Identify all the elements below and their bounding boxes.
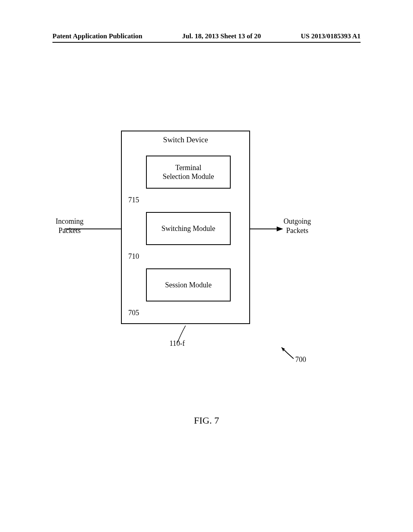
terminal-box-line2: Selection Module <box>163 172 214 181</box>
incoming-line1: Incoming <box>56 217 83 226</box>
switch-device-box: Switch Device Terminal Selection Module … <box>121 131 250 324</box>
header-center: Jul. 18, 2013 Sheet 13 of 20 <box>182 32 261 40</box>
outgoing-line1: Outgoing <box>284 217 311 226</box>
session-box-label: Session Module <box>165 281 212 290</box>
reference-710: 710 <box>128 252 139 261</box>
reference-705: 705 <box>128 309 139 317</box>
terminal-box-line1: Terminal <box>175 163 202 172</box>
session-module-box: Session Module <box>146 268 231 301</box>
figure-caption: FIG. 7 <box>0 415 413 426</box>
header-left: Patent Application Publication <box>52 32 142 40</box>
reference-700: 700 <box>295 355 306 364</box>
incoming-packets-label: Incoming Packets <box>56 217 83 235</box>
switching-box-label: Switching Module <box>161 224 215 233</box>
switching-module-box: Switching Module <box>146 212 231 245</box>
reference-715: 715 <box>128 196 139 204</box>
outgoing-packets-label: Outgoing Packets <box>284 217 311 235</box>
reference-110f: 110-f <box>169 339 185 348</box>
page-header: Patent Application Publication Jul. 18, … <box>52 32 361 43</box>
header-right: US 2013/0185393 A1 <box>301 32 361 40</box>
incoming-line2: Packets <box>56 226 83 235</box>
switch-device-title: Switch Device <box>122 135 249 144</box>
outgoing-line2: Packets <box>284 226 311 235</box>
terminal-selection-module-box: Terminal Selection Module <box>146 156 231 189</box>
diagram: Switch Device Terminal Selection Module … <box>0 125 413 407</box>
